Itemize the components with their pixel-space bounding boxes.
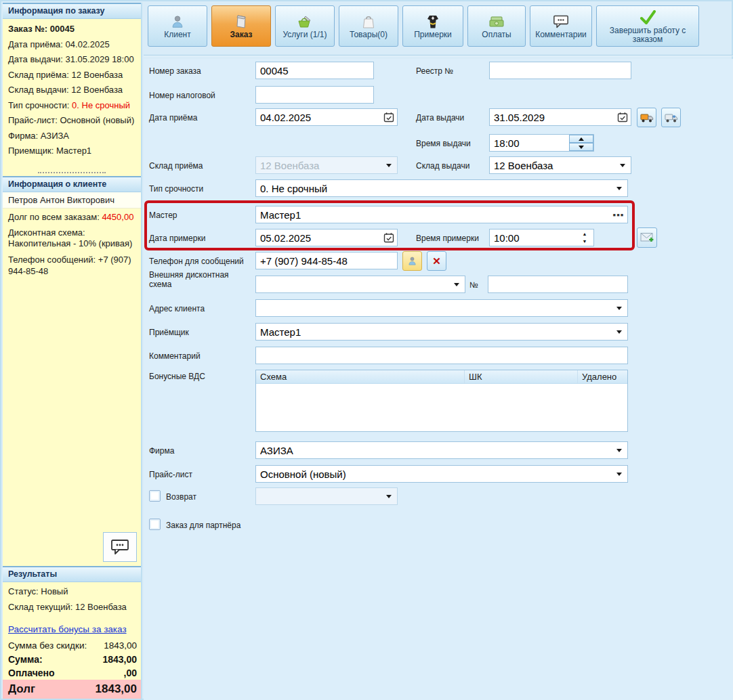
order-number-label: Номер заказа: [149, 66, 201, 76]
bonus-vds-table[interactable]: Схема ШК Удалено: [255, 370, 628, 432]
green-check-icon: [639, 9, 656, 26]
person-icon: [170, 13, 185, 30]
mail-plus-icon: [640, 232, 654, 244]
return-checkbox[interactable]: [149, 490, 161, 502]
ellipsis-icon[interactable]: ▪▪▪: [610, 210, 627, 220]
shopping-bag-icon: [362, 13, 375, 30]
send-sms-button[interactable]: [637, 227, 657, 248]
tax-number-input[interactable]: [255, 86, 374, 104]
issue-warehouse-select[interactable]: 12 Военбаза: [489, 156, 631, 174]
calc-bonuses-link[interactable]: Рассчитать бонусы за заказ: [8, 624, 127, 634]
partner-order-label: Заказ для партнёра: [166, 521, 240, 530]
accept-date-label: Дата приёма: [149, 113, 197, 123]
summary-row: Фирма: АЗИЗА: [8, 131, 137, 141]
delivery-button[interactable]: [637, 108, 656, 127]
column-header[interactable]: Схема: [256, 370, 465, 383]
step-down-icon[interactable]: ▼: [583, 239, 587, 244]
client-discount-label: Дисконтная схема:: [8, 228, 137, 238]
return-reason-select: [255, 487, 398, 505]
issue-date-field[interactable]: [489, 108, 631, 126]
calendar-icon[interactable]: [381, 112, 397, 123]
courier-delivery-button[interactable]: [661, 108, 681, 127]
tab-client[interactable]: Клиент: [148, 5, 207, 47]
banknotes-icon: [488, 13, 505, 30]
client-address-label: Адрес клиента: [149, 304, 205, 313]
registry-input[interactable]: [489, 62, 631, 79]
tab-goods[interactable]: Товары(0): [339, 5, 398, 47]
fitting-time-label: Время примерки: [416, 234, 479, 243]
document-icon: [234, 13, 248, 30]
return-label: Возврат: [166, 492, 196, 502]
calendar-icon[interactable]: [614, 112, 631, 123]
chevron-down-icon: [620, 164, 625, 167]
tab-order[interactable]: Заказ: [211, 5, 271, 47]
phone-input[interactable]: [255, 252, 398, 269]
summary-row: Дата выдачи: 31.05.2029 18:00: [8, 55, 137, 64]
pricelist-select[interactable]: Основной (новый): [255, 465, 628, 483]
firm-select[interactable]: АЗИЗА: [255, 441, 628, 459]
master-input[interactable]: [256, 209, 610, 221]
clear-phone-button[interactable]: ✕: [427, 251, 446, 271]
chevron-down-icon: [616, 330, 622, 334]
results-header: Результаты: [3, 566, 141, 582]
comment-label: Комментарий: [149, 351, 201, 361]
speech-bubble-ellipsis-icon: [110, 538, 130, 556]
results-panel: Статус: Новый Склад текущий: 12 Военбаза…: [3, 582, 141, 699]
fitting-date-field[interactable]: [255, 229, 398, 246]
chevron-down-icon: [454, 283, 459, 286]
finish-order-button[interactable]: Завершить работу с заказом: [596, 5, 699, 47]
order-comment-button[interactable]: [103, 532, 137, 562]
phone-label: Телефон для сообщений: [149, 257, 244, 266]
step-up-icon[interactable]: [569, 135, 593, 143]
client-name: Петров Антон Викторович: [3, 192, 141, 209]
step-up-icon[interactable]: ▲: [583, 232, 587, 236]
total-row: Оплачено,00: [8, 666, 137, 680]
master-field[interactable]: ▪▪▪: [255, 206, 628, 223]
issue-time-input[interactable]: [490, 137, 569, 149]
tab-payments[interactable]: Оплаты: [467, 5, 526, 47]
panel-splitter[interactable]: [3, 169, 141, 176]
firm-label: Фирма: [149, 446, 174, 456]
tax-number-label: Номер налоговой: [149, 91, 215, 100]
ext-discount-select[interactable]: [255, 276, 465, 293]
client-debt-row: Долг по всем заказам: 4450,00: [8, 213, 137, 222]
totals-block: Сумма без скидки:1843,00 Сумма:1843,00 О…: [3, 639, 141, 680]
speech-bubble-ellipsis-icon: [552, 13, 570, 30]
issue-time-stepper[interactable]: [569, 135, 593, 151]
ext-discount-no-input[interactable]: [488, 276, 628, 293]
tab-comments[interactable]: Комментарии: [530, 5, 592, 47]
summary-row: Прайс-лист: Основной (новый): [8, 116, 137, 125]
fitting-time-field[interactable]: ▲ ▼: [489, 229, 594, 246]
fitting-time-input[interactable]: [490, 232, 576, 244]
receiver-select[interactable]: Мастер1: [255, 323, 628, 341]
total-row: Сумма:1843,00: [8, 653, 137, 666]
comment-input[interactable]: [255, 347, 628, 364]
issue-time-field[interactable]: [489, 134, 594, 152]
client-phone-button[interactable]: [402, 251, 422, 271]
chevron-down-icon: [616, 307, 622, 310]
partner-order-checkbox[interactable]: [149, 519, 161, 530]
ext-discount-no-label: №: [469, 280, 478, 290]
status-row: Статус: Новый: [8, 587, 137, 596]
client-address-select[interactable]: [255, 299, 628, 317]
fitting-time-stepper[interactable]: ▲ ▼: [576, 232, 593, 244]
suit-measure-icon: [426, 13, 440, 30]
issue-date-input[interactable]: [490, 112, 614, 123]
calendar-icon[interactable]: [381, 232, 397, 243]
column-header[interactable]: Удалено: [578, 370, 627, 383]
client-discount-value: Накопительная - 10% (кривая): [8, 239, 137, 248]
urgency-select[interactable]: 0. Не срочный: [255, 179, 628, 197]
summary-row: Склад выдачи: 12 Военбаза: [8, 85, 137, 95]
accept-date-field[interactable]: [255, 108, 398, 126]
tab-fittings[interactable]: Примерки: [402, 5, 463, 47]
step-down-icon[interactable]: [569, 143, 593, 151]
fitting-date-input[interactable]: [256, 232, 381, 244]
person-icon: [407, 256, 417, 266]
column-header[interactable]: ШК: [465, 370, 578, 383]
tab-services[interactable]: Услуги (1/1): [275, 5, 335, 47]
accept-date-input[interactable]: [256, 112, 381, 123]
summary-row: Склад приёма: 12 Военбаза: [8, 70, 137, 80]
order-number-input[interactable]: [255, 62, 374, 79]
ext-discount-label: Внешняя дисконтная схема: [149, 270, 247, 289]
registry-label: Реестр №: [416, 66, 453, 76]
